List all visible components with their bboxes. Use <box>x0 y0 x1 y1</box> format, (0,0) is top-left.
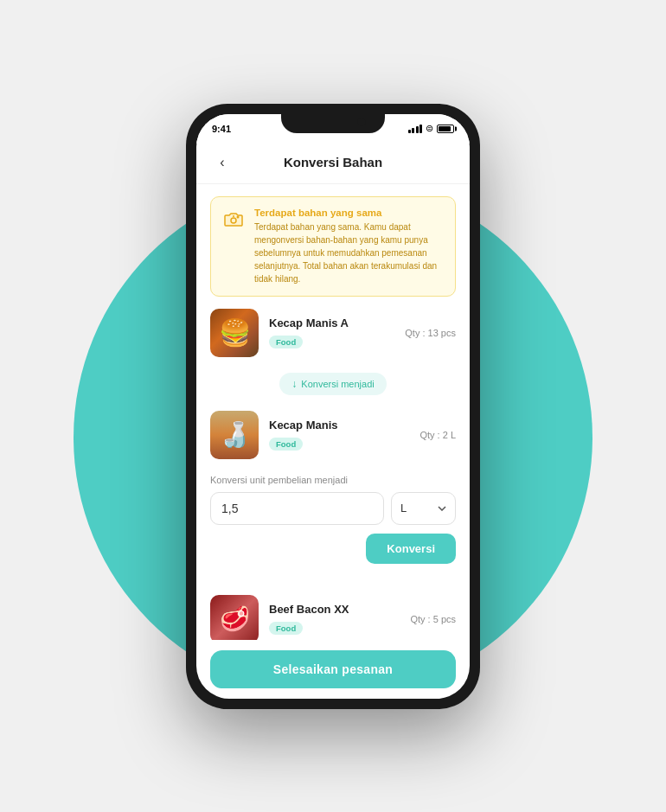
item-tag-3: Food <box>269 622 303 635</box>
notch <box>281 114 385 133</box>
item-tag-1: Food <box>269 336 303 348</box>
battery-icon <box>437 125 454 133</box>
phone-frame: 9:41 ⊜ ‹ <box>186 104 480 709</box>
item-name-3: Beef Bacon XX <box>269 603 400 616</box>
item-qty-3: Qty : 5 pcs <box>410 614 456 624</box>
svg-point-2 <box>233 215 234 217</box>
scroll-content: Terdapat bahan yang sama Terdapat bahan … <box>196 184 470 640</box>
status-time: 9:41 <box>212 124 231 134</box>
arrow-down-icon: ↓ <box>291 378 297 390</box>
item-info-2: Kecap Manis Food <box>269 419 409 451</box>
item-card-3: Beef Bacon XX Food Qty : 5 pcs <box>210 595 456 640</box>
item-thumbnail-2 <box>210 411 259 459</box>
item-info-1: Kecap Manis A Food <box>269 316 394 348</box>
item-tag-2: Food <box>269 438 303 451</box>
conversion-unit-select[interactable]: L kg pcs ml g <box>391 492 456 525</box>
item-card-2: Kecap Manis Food Qty : 2 L <box>210 411 456 459</box>
signal-icon <box>408 125 423 133</box>
convert-arrow-wrap: ↓ Konversi menjadi <box>210 373 456 395</box>
konversi-button[interactable]: Konversi <box>366 534 456 564</box>
conversion-form: Konversi unit pembelian menjadi L kg pcs… <box>210 471 456 567</box>
status-bar: 9:41 ⊜ <box>196 114 470 144</box>
item-qty-1: Qty : 13 pcs <box>405 328 456 338</box>
app-header: ‹ Konversi Bahan <box>196 144 470 184</box>
back-button[interactable]: ‹ <box>210 150 234 175</box>
item-info-3: Beef Bacon XX Food <box>269 603 400 635</box>
item-name-1: Kecap Manis A <box>269 316 394 329</box>
item-row-2: Kecap Manis Food Qty : 2 L <box>210 411 456 459</box>
item-row-3: Beef Bacon XX Food Qty : 5 pcs <box>210 595 456 640</box>
alert-text: Terdapat bahan yang sama Terdapat bahan … <box>254 208 445 285</box>
svg-point-1 <box>237 215 240 218</box>
conversion-label: Konversi unit pembelian menjadi <box>210 475 456 485</box>
scene: 9:41 ⊜ ‹ <box>0 0 666 812</box>
item-qty-2: Qty : 2 L <box>419 430 456 440</box>
alert-banner: Terdapat bahan yang sama Terdapat bahan … <box>210 196 456 297</box>
back-chevron-icon: ‹ <box>220 155 224 170</box>
conversion-inputs: L kg pcs ml g <box>210 492 456 525</box>
alert-icon <box>223 209 244 230</box>
item-row-1: Kecap Manis A Food Qty : 13 pcs <box>210 309 456 357</box>
item-card-1: Kecap Manis A Food Qty : 13 pcs <box>210 309 456 357</box>
conversion-number-input[interactable] <box>210 492 384 525</box>
selesaikan-button[interactable]: Selesaikan pesanan <box>210 650 456 688</box>
alert-icon-wrap <box>221 208 246 232</box>
page-title: Konversi Bahan <box>234 155 432 169</box>
item-name-2: Kecap Manis <box>269 419 409 432</box>
wifi-icon: ⊜ <box>426 123 433 134</box>
status-icons: ⊜ <box>408 123 455 134</box>
item-thumbnail-1 <box>210 309 259 357</box>
conversion-button-wrap: Konversi <box>210 534 456 564</box>
item-thumbnail-3 <box>210 595 259 640</box>
convert-arrow-button[interactable]: ↓ Konversi menjadi <box>279 373 386 395</box>
phone-screen: 9:41 ⊜ ‹ <box>196 114 470 699</box>
alert-body: Terdapat bahan yang sama. Kamu dapat men… <box>254 221 445 285</box>
bottom-bar: Selesaikan pesanan <box>196 640 470 699</box>
convert-arrow-label: Konversi menjadi <box>301 379 374 389</box>
alert-title: Terdapat bahan yang sama <box>254 208 445 218</box>
